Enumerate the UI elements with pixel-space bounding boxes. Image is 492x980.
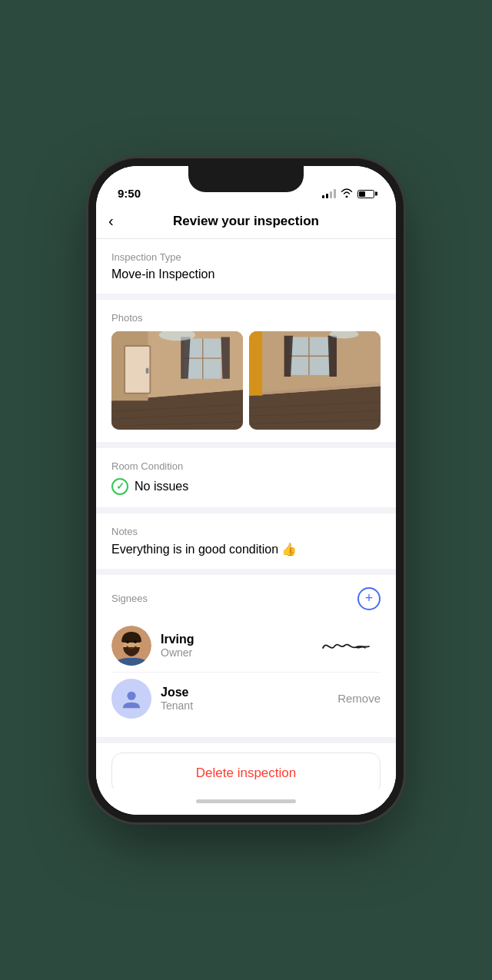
page-title: Review your inspection — [173, 214, 319, 229]
signees-section: Signees + — [96, 569, 396, 737]
irving-info: Irving Owner — [161, 633, 319, 659]
person-icon — [121, 688, 142, 709]
inspection-type-value: Move-in Inspection — [111, 267, 381, 281]
notch — [188, 166, 304, 192]
signees-header: Signees + — [111, 587, 381, 610]
room-condition-label: Room Condition — [111, 460, 381, 472]
jose-avatar — [111, 679, 151, 719]
notes-text: Everything is in good condition 👍 — [111, 542, 381, 556]
jose-info: Jose Tenant — [161, 686, 337, 712]
svg-marker-11 — [221, 337, 230, 378]
photos-section: Photos — [96, 294, 396, 442]
signee-row-jose: Jose Tenant Remove — [111, 672, 381, 725]
home-bar — [196, 799, 296, 803]
jose-role: Tenant — [161, 699, 337, 712]
svg-rect-6 — [146, 367, 149, 374]
signee-row-irving: Irving Owner — [111, 620, 381, 672]
svg-point-36 — [127, 691, 135, 699]
svg-marker-24 — [328, 335, 337, 376]
status-icons — [322, 188, 374, 200]
delete-section: Delete inspection — [96, 737, 396, 789]
condition-row: ✓ No issues — [111, 478, 381, 495]
room-condition-section: Room Condition ✓ No issues — [96, 442, 396, 507]
add-signee-button[interactable]: + — [357, 587, 381, 610]
battery-icon — [357, 190, 374, 198]
svg-point-35 — [139, 642, 144, 646]
plus-icon: + — [365, 590, 374, 606]
svg-rect-19 — [249, 331, 262, 396]
inspection-type-section: Inspection Type Move-in Inspection — [96, 239, 396, 294]
phone-frame: 9:50 — [96, 166, 396, 815]
nav-header: ‹ Review your inspection — [96, 204, 396, 239]
jose-avatar-placeholder — [111, 679, 151, 719]
svg-point-33 — [134, 640, 137, 643]
back-button[interactable]: ‹ — [108, 212, 114, 230]
irving-signature — [319, 633, 381, 659]
jose-name: Jose — [161, 686, 337, 699]
svg-point-32 — [126, 640, 129, 643]
signal-icon — [322, 189, 336, 198]
inspection-type-label: Inspection Type — [111, 251, 381, 263]
photo-1[interactable] — [111, 331, 243, 430]
irving-name: Irving — [161, 633, 319, 646]
irving-role: Owner — [161, 646, 319, 659]
photos-label: Photos — [111, 312, 381, 324]
svg-point-34 — [119, 642, 124, 646]
signees-label: Signees — [111, 593, 148, 604]
wifi-icon — [341, 188, 353, 200]
status-time: 9:50 — [118, 187, 141, 200]
condition-status: No issues — [135, 480, 188, 493]
content-scroll[interactable]: Inspection Type Move-in Inspection Photo… — [96, 239, 396, 789]
phone-screen: 9:50 — [96, 166, 396, 815]
remove-signee-button[interactable]: Remove — [337, 692, 381, 705]
back-chevron-icon: ‹ — [108, 212, 114, 230]
delete-inspection-button[interactable]: Delete inspection — [111, 752, 381, 789]
irving-avatar — [111, 626, 151, 666]
check-circle-icon: ✓ — [111, 478, 128, 495]
jose-remove: Remove — [337, 692, 381, 706]
notes-section: Notes Everything is in good condition 👍 — [96, 507, 396, 569]
notes-label: Notes — [111, 526, 381, 537]
checkmark-icon: ✓ — [116, 480, 125, 492]
photos-grid — [111, 331, 381, 430]
home-indicator — [96, 789, 396, 815]
photo-2[interactable] — [249, 331, 381, 430]
